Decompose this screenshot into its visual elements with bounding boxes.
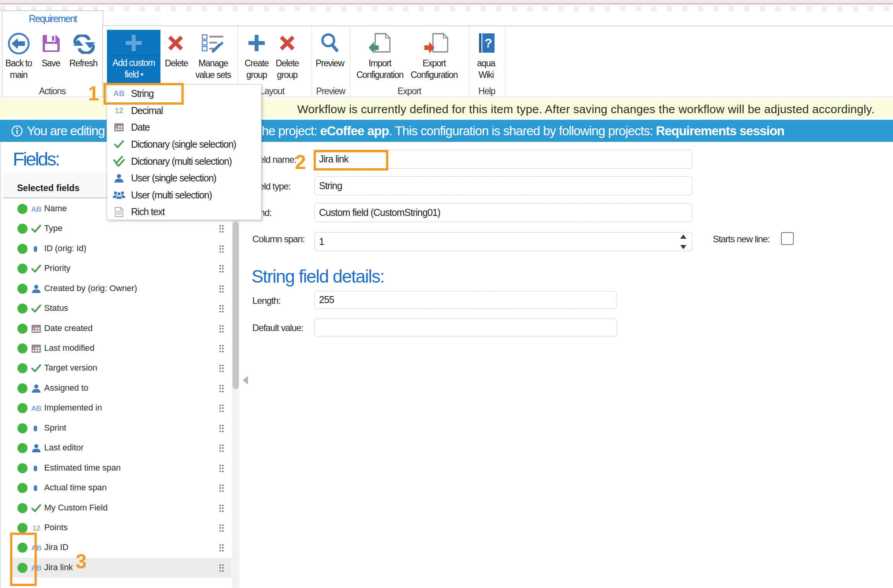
svg-text:?: ?: [484, 36, 492, 50]
